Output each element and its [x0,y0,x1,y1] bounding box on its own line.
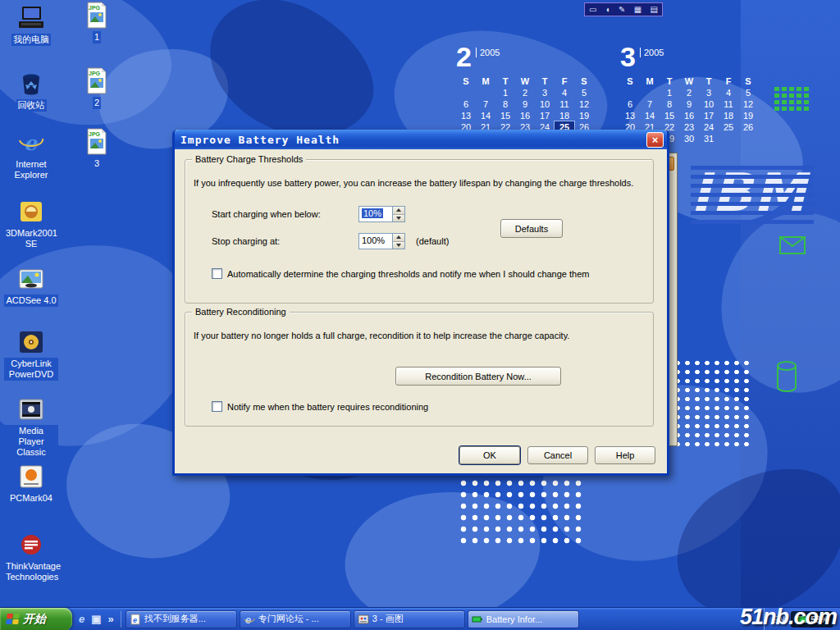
floating-toolbar: ▭ ◖ ✎ ▦ ▤ [584,2,663,16]
recycle-bin-icon [18,70,44,97]
calendar-day: 11 [555,98,574,110]
cancel-button[interactable]: Cancel [527,446,588,464]
calendar-day: 9 [679,98,699,110]
calendar-day: 6 [456,98,476,110]
task-button-ie-forum[interactable]: e 专门网论坛 - ... [240,610,351,628]
desktop-icon-powerdvd[interactable]: CyberLink PowerDVD [3,328,59,381]
defaults-button[interactable]: Defaults [500,219,563,238]
internet-explorer-icon[interactable]: e [79,613,84,625]
ibm-logo: IBM [691,161,814,226]
desktop-icon-recycle-bin[interactable]: 回收站 [3,70,59,112]
desktop-icon-label: CyberLink PowerDVD [4,358,58,381]
recondition-battery-button[interactable]: Recondition Battery Now... [395,367,561,386]
calendar-day: 10 [535,98,555,110]
start-button[interactable]: 开始 [0,608,72,630]
stop-charging-spinner[interactable]: 100% [358,233,405,249]
volume-icon[interactable]: ◖ [605,6,610,14]
grid-icon[interactable]: ▦ [634,6,641,14]
start-charging-value[interactable]: 10% [362,208,383,218]
desktop-icon-pcmark04[interactable]: PCMark04 [3,463,59,504]
taskbar-separator [121,611,121,628]
svg-text:JPG: JPG [89,71,101,76]
task-button-paint[interactable]: 3 - 画图 [354,610,465,628]
media-player-classic-icon [18,395,44,422]
auto-determine-checkbox[interactable] [212,268,222,279]
tablet-icon[interactable]: ▭ [589,6,596,14]
notify-recondition-check-row: Notify me when the battery requires reco… [212,401,646,412]
jpg-file-icon: JPG [84,67,109,94]
calendar-day-header: F [719,75,738,87]
paint-icon [358,614,369,625]
calendar-day: 1 [495,87,515,98]
spinner-up-button[interactable] [393,234,404,242]
jpg-file-icon: JPG [84,2,109,29]
calendar-day: 13 [456,110,476,121]
desktop-icon-jpg-1[interactable]: JPG 1 [77,2,116,43]
calendar-day: 16 [515,110,535,121]
show-desktop-icon[interactable]: ▣ [91,613,101,625]
task-button-battery-information[interactable]: Battery Infor... [468,610,579,628]
spinner-down-button[interactable] [393,242,404,249]
svg-text:JPG: JPG [89,5,101,11]
calendar-day [738,133,758,144]
default-note: (default) [416,236,449,246]
spinner-up-button[interactable] [393,207,404,215]
desktop-icon-label: 回收站 [16,99,47,112]
desktop-icon-acdsee[interactable]: ACDSee 4.0 [3,265,59,307]
help-button[interactable]: Help [595,446,655,464]
calendar-day: 8 [660,98,679,110]
calendar-day: 25 [719,121,738,133]
notes-icon[interactable]: ▤ [650,6,657,14]
calendar-day: 12 [738,98,758,110]
desktop: IBM ▭ ◖ ✎ ▦ ▤ 2 2005 SMTWTFS123456789101… [0,0,840,630]
windows-flag-icon [6,614,20,624]
dialog-titlebar[interactable]: Improve Battery Health × [175,130,667,149]
calendar-day-header: S [738,75,758,87]
close-button[interactable]: × [646,132,664,148]
desktop-icon-thinkvantage[interactable]: ThinkVantage Technologies [3,531,59,583]
stop-charging-value[interactable]: 100% [359,234,392,249]
calendar-day: 6 [620,98,640,110]
dots-pattern [673,358,751,449]
calendar-year: 2005 [640,48,664,57]
desktop-icon-jpg-3[interactable]: JPG 3 [77,128,116,170]
calendar-day: 17 [699,110,719,121]
calendar-day: 12 [574,98,594,110]
3dmark-icon [18,198,44,225]
notify-recondition-checkbox[interactable] [212,401,222,412]
spinner-down-button[interactable] [393,215,404,222]
calendar-day: 23 [679,121,699,133]
calendar-day: 5 [738,87,758,98]
calendar-day: 18 [555,110,574,121]
chevron-more-icon[interactable]: » [108,613,114,625]
desktop-icon-jpg-2[interactable]: JPG 2 [77,67,116,109]
desktop-icon-my-computer[interactable]: 我的电脑 [3,4,59,46]
calendar-day-header: T [660,75,679,87]
calendar-day: 4 [555,87,574,98]
calendar-day: 14 [640,110,660,121]
pen-icon[interactable]: ✎ [619,6,625,14]
calendar-day: 18 [719,110,738,121]
thresholds-description: If you infrequently use battery power, y… [194,178,648,188]
ok-button[interactable]: OK [459,446,520,464]
group-title: Battery Reconditioning [192,307,290,317]
calendar-day: 3 [535,87,555,98]
calendar-day: 11 [719,98,738,110]
calendar-month-numeral: 2 [456,43,472,71]
task-button-ie-server[interactable]: e 找不到服务器... [126,610,237,628]
calendar-day-header: T [535,75,555,87]
calendar-day: 7 [640,98,660,110]
desktop-icon-internet-explorer[interactable]: e Internet Explorer [3,129,59,181]
calendar-day: 10 [699,98,719,110]
calendar-day [620,87,640,98]
calendar-day: 15 [495,110,515,121]
desktop-icon-label: 3 [93,158,101,170]
calendar-day-header: M [640,75,660,87]
calendar-day [476,87,495,98]
desktop-icon-media-player-classic[interactable]: Media Player Classic [3,395,59,459]
desktop-icon-label: 3DMark2001 SE [4,227,58,250]
start-charging-spinner[interactable]: 10% [358,206,405,222]
battery-charge-thresholds-group: Battery Charge Thresholds If you infrequ… [185,159,654,304]
desktop-icon-3dmark2001[interactable]: 3DMark2001 SE [3,198,59,250]
acdsee-icon [18,265,44,292]
